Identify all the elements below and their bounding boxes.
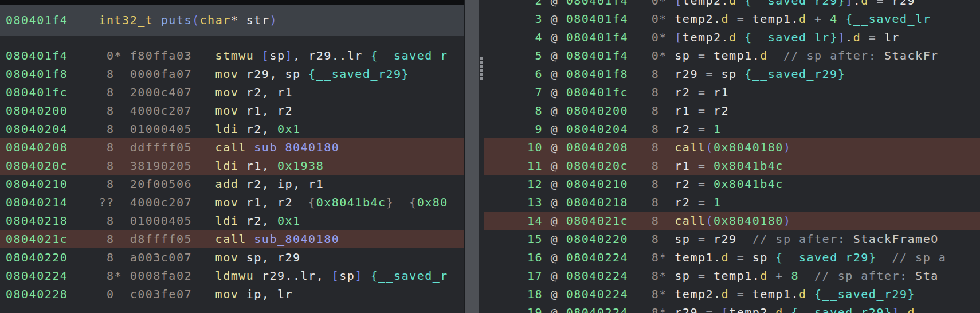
disasm-row[interactable]: 0804020c 8 38190205 ldi r1, 0x1938 <box>0 156 464 175</box>
stack-size: 0* <box>628 0 675 7</box>
disasm-row[interactable]: 08040208 8 ddffff05 call sub_8040180 <box>0 138 464 156</box>
code-token: temp2. <box>683 0 729 7</box>
code-token: temp1. <box>714 269 760 283</box>
address: 0804021c <box>6 232 68 246</box>
il-row[interactable]: 5 @ 080401f4 0* sp = temp1.d // sp after… <box>484 46 980 65</box>
il-index: 18 <box>527 287 543 301</box>
address: 080401f4 <box>566 30 628 44</box>
il-row[interactable]: 18 @ 08040224 8* temp2.d = temp1.d {__sa… <box>484 285 980 303</box>
code-token: temp1. <box>752 287 799 301</box>
code-token: temp2. <box>729 306 775 313</box>
size-and-bytes: 8 01000405 <box>68 122 215 136</box>
at-separator: @ <box>543 12 566 26</box>
il-row[interactable]: 11 @ 0804020c 8 r1 = 0x8041b4c <box>484 156 980 175</box>
code-token: call <box>675 140 705 154</box>
il-row[interactable]: 6 @ 080401f8 8 r29 = sp {__saved_r29} <box>484 65 980 83</box>
code-token: r29 <box>675 67 698 81</box>
il-row[interactable]: 2 @ 080401f4 0* [temp2.d {__saved_r29}].… <box>484 0 980 10</box>
function-header[interactable]: 080401f4 int32_t puts(char* str) <box>0 5 464 36</box>
at-separator: @ <box>543 287 566 301</box>
disasm-row[interactable]: 08040210 8 20f00506 add r2, ip, r1 <box>0 175 464 193</box>
address: 08040200 <box>566 104 628 118</box>
address: 08040224 <box>6 269 68 283</box>
code-token: r2 <box>675 177 690 191</box>
disasm-row[interactable]: 080401fc 8 2000c407 mov r2, r1 <box>0 83 464 101</box>
code-token: = <box>690 177 714 191</box>
il-row[interactable]: 10 @ 08040208 8 call(0x8040180) <box>484 138 980 156</box>
il-index: 14 <box>527 214 543 228</box>
code-token: 0x8040180 <box>714 140 783 154</box>
il-row[interactable]: 12 @ 08040210 8 r2 = 0x8041b4c <box>484 175 980 193</box>
address: 08040224 <box>566 269 628 283</box>
code-token: [ <box>675 0 683 7</box>
at-separator: @ <box>543 85 566 99</box>
code-token: = <box>729 251 752 264</box>
code-token: temp2. <box>683 30 729 44</box>
il-row[interactable]: 4 @ 080401f4 0* [temp2.d {__saved_lr}].d… <box>484 28 980 46</box>
il-row[interactable]: 9 @ 08040204 8 r2 = 1 <box>484 120 980 138</box>
stack-size: 8 <box>628 214 675 228</box>
code-token: [ <box>675 30 683 44</box>
code-token: 1 <box>714 195 722 209</box>
code-token: sp <box>339 269 355 283</box>
function-address: 080401f4 <box>6 13 68 27</box>
code-token: // sp after: <box>768 49 884 62</box>
il-row[interactable]: 8 @ 08040200 8 r1 = r2 <box>484 101 980 120</box>
code-token: 0x1 <box>277 122 301 136</box>
code-token <box>737 30 745 44</box>
code-token <box>737 0 745 7</box>
code-token: temp1. <box>752 12 799 26</box>
address: 08040208 <box>566 140 628 154</box>
code-token: = <box>690 232 714 246</box>
il-row[interactable]: 17 @ 08040224 8* sp = temp1.d + 8 // sp … <box>484 267 980 285</box>
stack-size: 8 <box>628 140 675 154</box>
disasm-row[interactable]: 0804021c 8 d8ffff05 call sub_8040180 <box>0 230 464 248</box>
il-row[interactable]: 19 @ 08040224 8* r29 = [temp2.d {__saved… <box>484 303 980 313</box>
code-token: 0x1938 <box>277 159 324 173</box>
splitter-dot <box>480 61 483 64</box>
code-token: add <box>215 177 246 191</box>
code-token: lr <box>884 30 900 44</box>
code-token: ( <box>192 13 200 27</box>
disasm-row[interactable]: 08040224 8* 0008fa02 ldmwu r29..lr, [sp]… <box>0 267 464 285</box>
disasm-row[interactable]: 080401f4 0* f80ffa03 stmwu [sp], r29..lr… <box>0 46 464 65</box>
size-and-bytes: 8 38190205 <box>68 159 215 173</box>
address: 08040228 <box>6 287 68 301</box>
at-separator: @ <box>543 104 566 118</box>
il-row[interactable]: 15 @ 08040220 8 sp = r29 // sp after: St… <box>484 230 980 248</box>
il-row[interactable]: 14 @ 0804021c 8 call(0x8040180) <box>484 212 980 230</box>
lifted-il-pane[interactable]: 2 @ 080401f4 0* [temp2.d {__saved_r29}].… <box>484 0 980 313</box>
stack-size: 8 <box>628 159 675 173</box>
il-row[interactable]: 3 @ 080401f4 0* temp2.d = temp1.d + 4 {_… <box>484 10 980 28</box>
code-token <box>783 306 791 313</box>
disassembly-pane[interactable]: 080401f4 int32_t puts(char* str) 080401f… <box>0 0 465 313</box>
left-pane-scrollbar[interactable] <box>465 0 479 313</box>
pane-splitter[interactable] <box>479 0 484 313</box>
code-token: r29 <box>714 232 737 246</box>
disasm-row[interactable]: 080401f8 8 0000fa07 mov r29, sp {__saved… <box>0 65 464 83</box>
size-and-bytes: 8 d8ffff05 <box>68 232 215 246</box>
disasm-row[interactable]: 08040214 ?? 4000c207 mov r1, r2 {0x8041b… <box>0 193 464 212</box>
disasm-row[interactable]: 08040204 8 01000405 ldi r2, 0x1 <box>0 120 464 138</box>
at-separator: @ <box>543 67 566 81</box>
code-token: ] <box>355 269 363 283</box>
at-separator: @ <box>543 214 566 228</box>
code-token: d <box>760 269 768 283</box>
code-token: = <box>729 287 752 301</box>
address: 08040218 <box>6 214 68 228</box>
code-token: d <box>722 12 730 26</box>
stack-size: 8 <box>628 85 675 99</box>
disasm-row[interactable]: 08040218 8 01000405 ldi r2, 0x1 <box>0 212 464 230</box>
code-token: call <box>215 140 254 154</box>
at-separator: @ <box>543 269 566 283</box>
code-token: ldi <box>215 122 246 136</box>
disasm-row[interactable]: 08040200 8 4000c207 mov r1, r2 <box>0 101 464 120</box>
il-row[interactable]: 7 @ 080401fc 8 r2 = r1 <box>484 83 980 101</box>
disasm-row[interactable]: 08040220 8 a003c007 mov sp, r29 <box>0 248 464 267</box>
disasm-row[interactable]: 08040228 0 c003fe07 mov ip, lr <box>0 285 464 303</box>
il-row[interactable]: 13 @ 08040218 8 r2 = 1 <box>484 193 980 212</box>
stack-size: 8* <box>628 306 675 313</box>
il-row[interactable]: 16 @ 08040224 8* temp1.d = sp {__saved_r… <box>484 248 980 267</box>
code-token: { <box>308 195 316 209</box>
il-index: 12 <box>527 177 543 191</box>
